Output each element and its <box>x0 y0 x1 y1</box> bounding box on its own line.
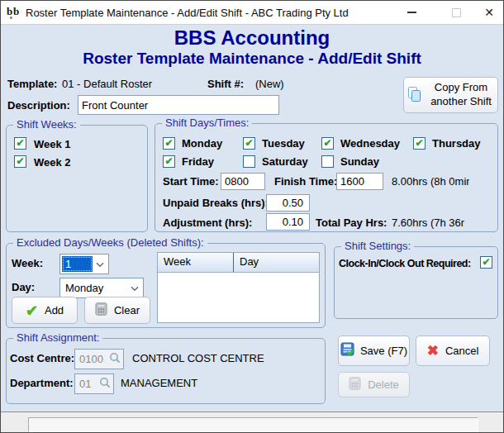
shift-assignment-title: Shift Assignment: <box>13 331 102 344</box>
close-button[interactable]: ✕ <box>478 1 501 24</box>
tuesday-checkbox[interactable] <box>243 137 255 150</box>
description-input[interactable] <box>78 95 279 115</box>
dialog-window: b b s Roster Template Maintenance - Add/… <box>0 0 504 433</box>
excluded-shifts-table[interactable]: Week Day <box>157 252 320 323</box>
shift-duration-text: 8.00hrs (8h 0min) <box>392 175 469 188</box>
thursday-checkbox[interactable] <box>413 137 426 150</box>
exclude-week-label: Week: <box>12 257 43 269</box>
finish-time-label: Finish Time: <box>274 175 337 188</box>
magnifier-icon[interactable] <box>99 377 111 392</box>
description-label: Description: <box>7 99 70 112</box>
delete-button-label: Delete <box>368 378 399 391</box>
save-button[interactable]: Save (F7) <box>338 335 410 366</box>
delete-button[interactable]: Delete <box>338 372 410 397</box>
add-check-icon: ✔ <box>26 303 38 318</box>
maximize-button <box>445 1 468 24</box>
department-name: MANAGEMENT <box>121 377 197 389</box>
week2-checkbox[interactable] <box>14 155 26 168</box>
start-time-label: Start Time: <box>163 175 219 188</box>
svg-text:s: s <box>10 14 12 20</box>
department-code: 01 <box>79 378 91 390</box>
column-header-week: Week <box>158 253 234 272</box>
cost-centre-name: CONTROL COST CENTRE <box>132 352 264 364</box>
exclude-day-select[interactable]: Monday <box>59 278 144 298</box>
excluded-table-header: Week Day <box>158 253 319 273</box>
sunday-checkbox[interactable] <box>321 155 334 168</box>
chevron-down-icon <box>131 279 139 294</box>
finish-time-input[interactable] <box>336 173 383 190</box>
titlebar: b b s Roster Template Maintenance - Add/… <box>1 1 503 24</box>
adjustment-label: Adjustment (hrs): <box>163 216 252 229</box>
adjustment-input[interactable] <box>266 213 310 231</box>
copy-button-label: Copy From another Shift <box>427 81 495 109</box>
monday-checkbox[interactable] <box>163 137 175 150</box>
shift-number-label: Shift #: <box>207 78 244 90</box>
cancel-button[interactable]: ✖ Cancel <box>416 335 490 366</box>
unpaid-breaks-label: Unpaid Breaks (hrs): <box>163 197 269 209</box>
unpaid-breaks-input[interactable] <box>266 194 310 212</box>
week2-label: Week 2 <box>34 156 71 169</box>
maximize-icon <box>452 8 461 17</box>
wednesday-label: Wednesday <box>340 137 400 150</box>
start-time-input[interactable] <box>221 173 265 190</box>
minimize-button[interactable] <box>400 1 423 24</box>
cancel-x-icon: ✖ <box>427 344 439 358</box>
shift-settings-title: Shift Settings: <box>341 240 414 252</box>
total-pay-text: 7.60hrs (7h 36min) <box>392 216 464 229</box>
monday-label: Monday <box>182 137 222 150</box>
department-lookup[interactable]: 01 <box>74 374 114 394</box>
clear-icon <box>95 302 107 318</box>
week1-checkbox[interactable] <box>14 137 26 150</box>
window-title: Roster Template Maintenance - Add/Edit S… <box>26 7 349 19</box>
cost-centre-lookup[interactable]: 0100 <box>74 349 124 369</box>
template-label: Template: <box>7 78 57 90</box>
column-header-day: Day <box>234 253 319 272</box>
clock-in-out-label: Clock-In/Clock Out Required: <box>339 258 471 269</box>
thursday-label: Thursday <box>432 137 481 150</box>
exclude-week-select[interactable]: 1 <box>59 254 109 274</box>
shift-weeks-group: Shift Weeks: Week 1 Week 2 <box>6 125 148 232</box>
svg-text:b: b <box>13 5 19 17</box>
minimize-icon <box>407 12 416 13</box>
copy-from-shift-button[interactable]: Copy From another Shift <box>403 77 498 113</box>
shift-settings-group: Shift Settings: Clock-In/Clock Out Requi… <box>334 246 498 319</box>
clear-button[interactable]: Clear <box>84 297 150 324</box>
friday-checkbox[interactable] <box>163 155 175 168</box>
cost-centre-code: 0100 <box>79 353 103 365</box>
background-window <box>1 412 503 433</box>
shift-days-times-title: Shift Days/Times: <box>162 117 252 129</box>
exclude-day-label: Day: <box>12 281 35 293</box>
exclude-week-value: 1 <box>62 256 93 272</box>
excluded-days-group: Excluded Days/Weeks (Deleted Shifts): We… <box>6 243 326 328</box>
week1-label: Week 1 <box>34 138 71 150</box>
app-title: BBS Accounting <box>1 26 503 50</box>
tuesday-label: Tuesday <box>262 137 305 150</box>
magnifier-icon[interactable] <box>109 352 121 367</box>
delete-icon <box>349 377 361 393</box>
clock-in-out-checkbox[interactable] <box>480 256 492 269</box>
days-row-1: Monday Tuesday Wednesday Thursday <box>155 136 497 150</box>
background-statusbar <box>28 417 478 432</box>
save-icon <box>340 342 355 359</box>
screen-title: Roster Template Maintenance - Add/Edit S… <box>1 50 503 68</box>
copy-icon <box>407 86 423 105</box>
friday-label: Friday <box>182 155 214 168</box>
wednesday-checkbox[interactable] <box>321 137 334 150</box>
excluded-days-title: Excluded Days/Weeks (Deleted Shifts): <box>13 236 207 249</box>
clear-button-label: Clear <box>114 304 140 316</box>
shift-assignment-group: Shift Assignment: Cost Centre: 0100 CONT… <box>6 338 326 404</box>
app-icon: b b s <box>7 5 21 22</box>
shift-days-times-group: Shift Days/Times: Monday Tuesday Wednesd… <box>155 123 498 232</box>
add-button[interactable]: ✔ Add <box>12 297 78 324</box>
shift-weeks-title: Shift Weeks: <box>13 118 80 131</box>
saturday-label: Saturday <box>262 155 308 168</box>
days-row-2: Friday Saturday Sunday <box>155 155 497 169</box>
save-button-label: Save (F7) <box>360 345 407 357</box>
chevron-down-icon <box>96 255 104 270</box>
total-pay-label: Total Pay Hrs: <box>316 216 387 229</box>
cancel-button-label: Cancel <box>445 345 478 357</box>
close-icon: ✕ <box>484 6 494 19</box>
saturday-checkbox[interactable] <box>243 155 255 168</box>
cost-centre-label: Cost Centre: <box>10 352 74 364</box>
exclude-day-value: Monday <box>65 282 103 294</box>
